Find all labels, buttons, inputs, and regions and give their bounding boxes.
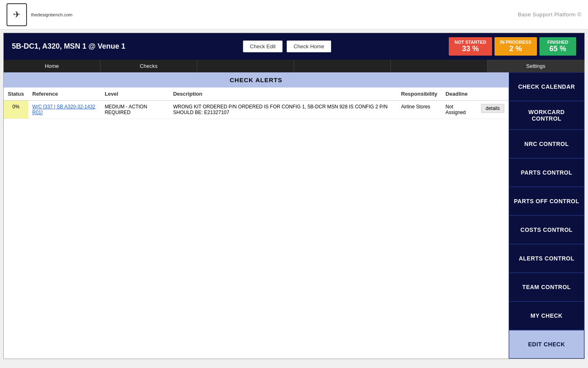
sidebar-btn-nrc-control[interactable]: NRC CONTROL	[509, 130, 584, 158]
nav-empty-2	[294, 60, 391, 72]
in-progress-badge: IN PROGRESS 2 %	[494, 37, 537, 56]
finished-pct: 65 %	[549, 45, 566, 53]
cell-description: WRONG KIT ORDERED P/N ORDERED IS FOR CON…	[169, 101, 397, 119]
cell-status: 0%	[4, 101, 28, 119]
cell-level: MEDIUM - ACTION REQUIRED	[100, 101, 169, 119]
cell-action[interactable]: details	[477, 101, 508, 119]
col-action	[477, 88, 508, 101]
not-started-badge: NOT STARTED 33 %	[449, 37, 492, 56]
cell-responsibility: Airline Stores	[397, 101, 441, 119]
status-indicators: NOT STARTED 33 % IN PROGRESS 2 % FINISHE…	[449, 37, 576, 56]
sidebar-btn-my-check[interactable]: MY CHECK	[509, 301, 584, 330]
col-description: Description	[169, 88, 397, 101]
nav-bar: Home Checks Settings	[4, 60, 584, 72]
nav-settings[interactable]: Settings	[488, 60, 584, 72]
sidebar-btn-edit-check[interactable]: EDIT CHECK	[509, 330, 584, 359]
nav-checks[interactable]: Checks	[100, 60, 197, 72]
main-content: CHECK ALERTS Status Reference Level Desc…	[4, 72, 509, 359]
sidebar-btn-alerts-control[interactable]: ALERTS CONTROL	[509, 244, 584, 273]
check-edit-button[interactable]: Check Edit	[243, 40, 283, 52]
col-status: Status	[4, 88, 28, 101]
col-level: Level	[100, 88, 169, 101]
sidebar-btn-parts-off-control[interactable]: PARTS OFF CONTROL	[509, 187, 584, 215]
not-started-label: NOT STARTED	[454, 40, 486, 45]
finished-label: FINISHED	[547, 40, 568, 45]
nav-empty-3	[391, 60, 488, 72]
in-progress-pct: 2 %	[509, 45, 522, 53]
col-deadline: Deadline	[441, 88, 477, 101]
logo-text: thedesignbench.com	[31, 12, 73, 17]
sidebar-btn-costs-control[interactable]: COSTS CONTROL	[509, 215, 584, 244]
check-buttons: Check Edit Check Home	[243, 40, 331, 52]
sidebar-btn-check-calendar[interactable]: CHECK CALENDAR	[509, 72, 584, 101]
check-title: 5B-DC1, A320, MSN 1 @ Venue 1	[12, 42, 125, 51]
details-button[interactable]: details	[481, 104, 504, 113]
table-row: 0% W/C [337 | SB A320-32-1432 R01] MEDIU…	[4, 101, 508, 119]
sidebar-btn-team-control[interactable]: TEAM CONTROL	[509, 273, 584, 301]
finished-badge: FINISHED 65 %	[539, 37, 576, 56]
app-logo-icon	[7, 3, 27, 26]
sidebar-btn-workcard-control[interactable]: WORKCARD CONTROL	[509, 101, 584, 130]
nav-empty-1	[197, 60, 294, 72]
reference-link[interactable]: W/C [337 | SB A320-32-1432 R01]	[32, 104, 96, 115]
check-home-button[interactable]: Check Home	[287, 40, 331, 52]
main-container: 5B-DC1, A320, MSN 1 @ Venue 1 Check Edit…	[3, 33, 585, 359]
alerts-table: Status Reference Level Description Respo…	[4, 88, 508, 119]
cell-reference[interactable]: W/C [337 | SB A320-32-1432 R01]	[28, 101, 100, 119]
cell-deadline: Not Assigned	[441, 101, 477, 119]
col-responsibility: Responsibility	[397, 88, 441, 101]
brand-name: thedesignbench.com	[31, 12, 73, 17]
nav-home[interactable]: Home	[4, 60, 100, 72]
copyright-text: Base Support Platform ©	[518, 11, 581, 18]
logo-area: thedesignbench.com	[7, 3, 73, 26]
section-title: CHECK ALERTS	[4, 72, 508, 88]
col-reference: Reference	[28, 88, 100, 101]
top-bar: thedesignbench.com Base Support Platform…	[0, 0, 588, 29]
check-header: 5B-DC1, A320, MSN 1 @ Venue 1 Check Edit…	[4, 33, 584, 60]
content-wrapper: CHECK ALERTS Status Reference Level Desc…	[4, 72, 584, 359]
sidebar-btn-parts-control[interactable]: PARTS CONTROL	[509, 158, 584, 187]
in-progress-label: IN PROGRESS	[500, 40, 531, 45]
table-header-row: Status Reference Level Description Respo…	[4, 88, 508, 101]
sidebar: CHECK CALENDARWORKCARD CONTROLNRC CONTRO…	[509, 72, 584, 359]
not-started-pct: 33 %	[462, 45, 479, 53]
